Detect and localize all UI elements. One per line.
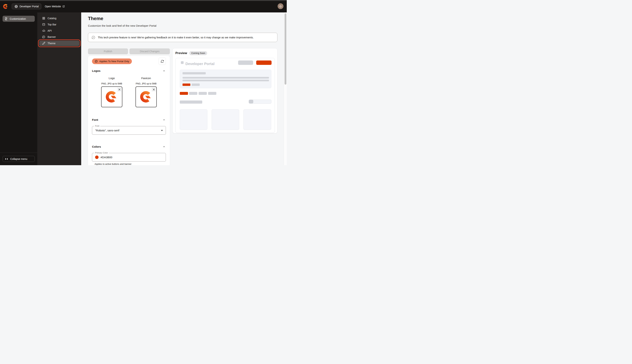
open-website-link[interactable]: Open Website (45, 4, 65, 9)
mock-tab-placeholder (199, 92, 207, 95)
colors-collapse-button[interactable] (162, 145, 166, 148)
theme-settings-card: Applies To New Portal Only Logos Logo PN… (88, 56, 170, 165)
mock-card-placeholder (180, 109, 207, 130)
sidebar-item-customization[interactable]: Customization (3, 16, 35, 22)
submenu-item-api[interactable]: API (39, 28, 79, 33)
discard-changes-button[interactable]: Discard Changes (129, 48, 170, 54)
mock-logo-placeholder (181, 61, 184, 64)
collapse-arrows-icon (5, 158, 8, 160)
submenu-item-label: Banner (48, 36, 56, 38)
close-icon (118, 88, 121, 91)
chevron-up-icon (163, 70, 165, 72)
feedback-message-icon (91, 36, 96, 40)
sidebar-footer: Collapse menu (0, 152, 37, 165)
logos-collapse-button[interactable] (162, 69, 166, 73)
mock-input-placeholder (249, 100, 271, 104)
mock-active-tab-placeholder (180, 92, 188, 95)
mock-card-placeholder (212, 109, 239, 130)
submenu-item-catalog[interactable]: Catalog (39, 16, 79, 21)
open-website-label: Open Website (45, 5, 61, 8)
primary-color-swatch[interactable] (95, 156, 99, 159)
mock-tab-placeholder (189, 92, 197, 95)
submenu-item-label: Catalog (48, 17, 56, 20)
primary-color-field[interactable]: Primary Color #DA3B00 (92, 153, 166, 162)
mock-hero-title-placeholder (182, 72, 206, 74)
logo-upload-label: Logo (101, 76, 122, 80)
font-section-title: Font (92, 118, 98, 122)
remove-logo-button[interactable] (117, 87, 122, 92)
window-top-strip (0, 0, 287, 1)
logo-upload-hint: PNG, JPG up to 5MB (101, 82, 122, 85)
uploaded-favicon-image (140, 90, 152, 104)
mock-hero-section (180, 70, 271, 88)
api-cloud-gear-icon (42, 29, 45, 32)
mock-secondary-button-placeholder (238, 60, 253, 65)
avatar-initial: G (279, 5, 282, 8)
vertical-scrollbar[interactable] (284, 12, 287, 165)
scrollbar-thumb[interactable] (284, 13, 286, 84)
submenu-item-label: Top Bar (48, 23, 56, 26)
mock-portal-title: Developer Portal (185, 62, 214, 66)
close-icon (152, 88, 155, 91)
dropdown-caret-icon (161, 130, 163, 131)
mock-primary-button-placeholder (256, 60, 271, 65)
colors-section-title: Colors (92, 145, 101, 148)
mock-hero-secondary-button (192, 84, 200, 86)
applies-to-new-portal-chip: Applies To New Portal Only (92, 58, 132, 64)
mock-hero-primary-button (182, 84, 190, 86)
user-avatar[interactable]: G (278, 3, 283, 9)
gravitee-logo-icon (3, 4, 8, 9)
favicon-upload-column: Favicon PNG, JPG up to 5MB (136, 76, 157, 107)
logo-upload-column: Logo PNG, JPG up to 5MB (101, 76, 122, 107)
preview-panel: Preview Coming Soon Developer Portal (172, 48, 277, 134)
chip-message-icon (95, 60, 98, 63)
refresh-sync-icon (160, 60, 164, 63)
topbar-window-icon (42, 23, 45, 26)
primary-sidebar: Customization Collapse menu (0, 12, 37, 165)
mock-text-line-placeholder (182, 77, 269, 78)
collapse-menu-button[interactable]: Collapse menu (3, 156, 35, 162)
primary-color-label: Primary Color (94, 152, 109, 154)
font-collapse-button[interactable] (162, 118, 166, 122)
main-content: Theme Customize the look and feel of the… (81, 12, 284, 165)
banner-message-icon (42, 35, 45, 38)
chip-label: Applies To New Portal Only (99, 60, 129, 63)
favicon-upload-box[interactable] (136, 86, 157, 107)
font-field-value: "Roboto", sans-serif (95, 129, 119, 132)
font-field-label: Font (94, 125, 100, 127)
logo-upload-box[interactable] (101, 86, 122, 107)
submenu-item-banner[interactable]: Banner (39, 34, 79, 40)
catalog-grid-icon (42, 17, 45, 20)
submenu-item-theme[interactable]: Theme (39, 40, 79, 46)
portal-switcher-button[interactable]: Developer Portal (12, 4, 41, 9)
external-link-icon (62, 5, 65, 8)
swatch-icon (5, 17, 8, 20)
page-title: Theme (88, 16, 103, 22)
primary-color-value: #DA3B00 (101, 156, 112, 159)
notice-text: This tech preview feature is new! We're … (98, 36, 254, 39)
mock-tab-placeholder (208, 92, 216, 95)
remove-favicon-button[interactable] (151, 87, 156, 92)
submenu-item-top-bar[interactable]: Top Bar (39, 22, 79, 27)
tech-preview-notice: This tech preview feature is new! We're … (88, 33, 277, 42)
publish-button[interactable]: Publish (88, 48, 128, 54)
portal-preview-mockup: Developer Portal (175, 58, 275, 133)
mock-card-placeholder (243, 109, 271, 130)
favicon-upload-label: Favicon (136, 76, 157, 80)
reset-refresh-button[interactable] (159, 58, 166, 65)
submenu-item-label: Theme (48, 42, 56, 45)
font-select[interactable]: Font "Roboto", sans-serif (92, 126, 166, 135)
coming-soon-badge: Coming Soon (189, 51, 207, 55)
top-bar: Developer Portal Open Website G (0, 0, 287, 12)
collapse-menu-label: Collapse menu (10, 158, 27, 160)
submenu-item-label: API (48, 29, 52, 32)
mock-text-line-placeholder (182, 80, 269, 81)
customization-submenu: Catalog Top Bar API Banner Theme (37, 12, 81, 165)
mock-text-bar-placeholder (180, 100, 202, 104)
primary-color-hint: Applies to active buttons and banner (95, 163, 166, 165)
chevron-up-icon (163, 145, 165, 148)
portal-switcher-label: Developer Portal (20, 5, 39, 8)
logos-section-title: Logos (92, 69, 101, 72)
theme-eyedropper-icon (42, 42, 45, 45)
page-subtitle: Customize the look and feel of the new D… (88, 24, 156, 27)
